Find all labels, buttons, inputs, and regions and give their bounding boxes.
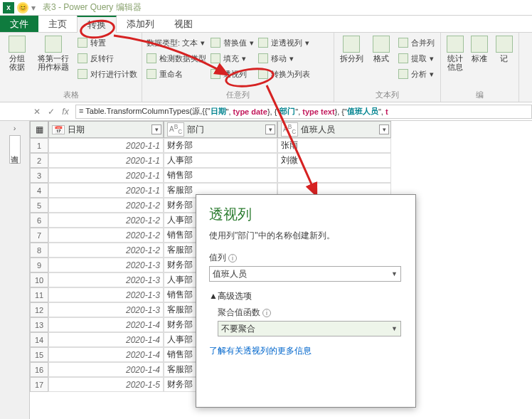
- table-row[interactable]: 32020-1-1销售部: [30, 168, 532, 183]
- cell-date[interactable]: 2020-1-2: [48, 213, 164, 228]
- cell-date[interactable]: 2020-1-3: [48, 258, 164, 272]
- rename-button[interactable]: 重命名: [147, 67, 206, 81]
- cell-date[interactable]: 2020-1-1: [48, 183, 164, 198]
- queries-label: 查询: [9, 135, 21, 164]
- to-list-button[interactable]: 转换为列表: [258, 67, 310, 81]
- formula-cancel-icon[interactable]: ✕: [30, 105, 44, 119]
- move-button[interactable]: 移动▾: [258, 51, 310, 65]
- cell-person[interactable]: 张雨: [277, 138, 391, 153]
- group-textcol-label: 文本列: [339, 90, 436, 102]
- value-column-select[interactable]: 值班人员▼: [209, 266, 401, 282]
- queries-pane-collapsed[interactable]: › 查询: [0, 121, 30, 419]
- filter-dropdown-icon[interactable]: ▾: [379, 124, 389, 134]
- row-number: 2: [30, 153, 48, 168]
- row-number: 10: [30, 272, 48, 287]
- formula-input[interactable]: = Table.TransformColumnTypes(源,{{"日期", t…: [75, 105, 532, 119]
- ribbon: 分组 依据 将第一行 用作标题 转置 反转行 对行进行计数 表格 数据类型: 文…: [0, 33, 532, 102]
- replace-values-button[interactable]: 替换值▾: [211, 36, 254, 50]
- cell-person[interactable]: [277, 168, 391, 183]
- cell-date[interactable]: 2020-1-1: [48, 138, 164, 153]
- format-button[interactable]: 格式: [368, 36, 394, 63]
- extract-button[interactable]: 提取▾: [398, 51, 435, 65]
- cell-date[interactable]: 2020-1-4: [48, 317, 164, 332]
- row-number: 7: [30, 228, 48, 243]
- row-number: 12: [30, 302, 48, 317]
- info-icon[interactable]: i: [228, 254, 237, 262]
- calendar-icon: 📅: [52, 125, 65, 134]
- row-number: 5: [30, 198, 48, 213]
- tab-home[interactable]: 主页: [38, 16, 77, 32]
- advanced-options-toggle[interactable]: ▲高级选项: [209, 290, 403, 302]
- emoji-icon: 😊: [17, 2, 28, 14]
- info-icon[interactable]: i: [262, 309, 271, 317]
- tab-add-column[interactable]: 添加列: [117, 16, 164, 32]
- column-header-date[interactable]: 📅日期▾: [48, 121, 164, 138]
- cell-dept[interactable]: 财务部: [164, 138, 277, 153]
- cell-date[interactable]: 2020-1-1: [48, 153, 164, 168]
- pivot-column-button[interactable]: 透视列: [211, 67, 254, 81]
- tab-view[interactable]: 视图: [164, 16, 203, 32]
- cell-dept[interactable]: 人事部: [164, 153, 277, 168]
- formula-bar: ✕ ✓ fx = Table.TransformColumnTypes(源,{{…: [0, 102, 532, 121]
- tab-transform[interactable]: 转换: [77, 16, 117, 33]
- group-by-button[interactable]: 分组 依据: [4, 36, 30, 71]
- filter-dropdown-icon[interactable]: ▾: [151, 124, 161, 134]
- parse-button[interactable]: 分析▾: [398, 67, 435, 81]
- filter-dropdown-icon[interactable]: ▾: [265, 124, 275, 134]
- aggregate-function-select[interactable]: 不要聚合▼: [218, 321, 401, 336]
- cell-date[interactable]: 2020-1-4: [48, 332, 164, 347]
- cell-person[interactable]: 刘微: [277, 153, 391, 168]
- cell-date[interactable]: 2020-1-2: [48, 243, 164, 258]
- unpivot-button[interactable]: 逆透视列▾: [258, 36, 310, 50]
- note-button[interactable]: 记: [494, 36, 514, 63]
- formula-fx-icon[interactable]: fx: [58, 105, 73, 119]
- chevron-down-icon: ▼: [391, 325, 398, 332]
- cell-date[interactable]: 2020-1-2: [48, 228, 164, 243]
- data-type-button[interactable]: 数据类型: 文本▾: [147, 36, 206, 50]
- learn-more-link[interactable]: 了解有关透视列的更多信息: [209, 346, 312, 356]
- cell-date[interactable]: 2020-1-4: [48, 362, 164, 377]
- cell-dept[interactable]: 销售部: [164, 168, 277, 183]
- use-first-row-button[interactable]: 将第一行 用作标题: [34, 36, 73, 71]
- row-number: 3: [30, 168, 48, 183]
- row-number: 15: [30, 347, 48, 362]
- row-number: 13: [30, 317, 48, 332]
- fill-button[interactable]: 填充▾: [211, 51, 254, 65]
- table-row[interactable]: 12020-1-1财务部张雨: [30, 138, 532, 153]
- column-header-person[interactable]: ABC值班人员▾: [277, 121, 391, 138]
- cell-date[interactable]: 2020-1-5: [48, 377, 164, 392]
- count-rows-button[interactable]: 对行进行计数: [78, 67, 137, 81]
- chevron-down-icon: ▼: [391, 270, 398, 277]
- row-number: 16: [30, 362, 48, 377]
- text-type-icon: ABC: [167, 122, 184, 136]
- detect-type-button[interactable]: 检测数据类型: [147, 51, 206, 65]
- group-anycol-label: 任意列: [147, 90, 329, 102]
- dialog-title: 透视列: [209, 205, 403, 224]
- merge-columns-button[interactable]: 合并列: [398, 36, 435, 50]
- table-row[interactable]: 22020-1-1人事部刘微: [30, 153, 532, 168]
- cell-date[interactable]: 2020-1-3: [48, 272, 164, 287]
- column-header-dept[interactable]: ABC部门▾: [164, 121, 277, 138]
- dialog-description: 使用列"部门"中的名称创建新列。: [209, 230, 403, 242]
- window-title: 表3 - Power Query 编辑器: [43, 1, 142, 14]
- group-numcol-label: 编: [445, 90, 514, 102]
- row-number: 9: [30, 258, 48, 272]
- statistics-button[interactable]: 统计信息: [445, 36, 465, 71]
- value-column-label: 值列i: [209, 252, 403, 264]
- cell-date[interactable]: 2020-1-3: [48, 302, 164, 317]
- split-column-button[interactable]: 拆分列: [339, 36, 364, 63]
- transpose-button[interactable]: 转置: [78, 36, 137, 50]
- tab-file[interactable]: 文件: [0, 16, 38, 32]
- corner-cell[interactable]: ▦: [30, 121, 48, 138]
- row-number: 1: [30, 138, 48, 153]
- cell-date[interactable]: 2020-1-2: [48, 198, 164, 213]
- row-number: 14: [30, 332, 48, 347]
- formula-accept-icon[interactable]: ✓: [44, 105, 58, 119]
- reverse-rows-button[interactable]: 反转行: [78, 51, 137, 65]
- qat-arrow-icon[interactable]: ▾: [31, 3, 36, 13]
- cell-date[interactable]: 2020-1-4: [48, 347, 164, 362]
- row-number: 8: [30, 243, 48, 258]
- standard-button[interactable]: 标准: [469, 36, 489, 63]
- cell-date[interactable]: 2020-1-1: [48, 168, 164, 183]
- cell-date[interactable]: 2020-1-3: [48, 287, 164, 302]
